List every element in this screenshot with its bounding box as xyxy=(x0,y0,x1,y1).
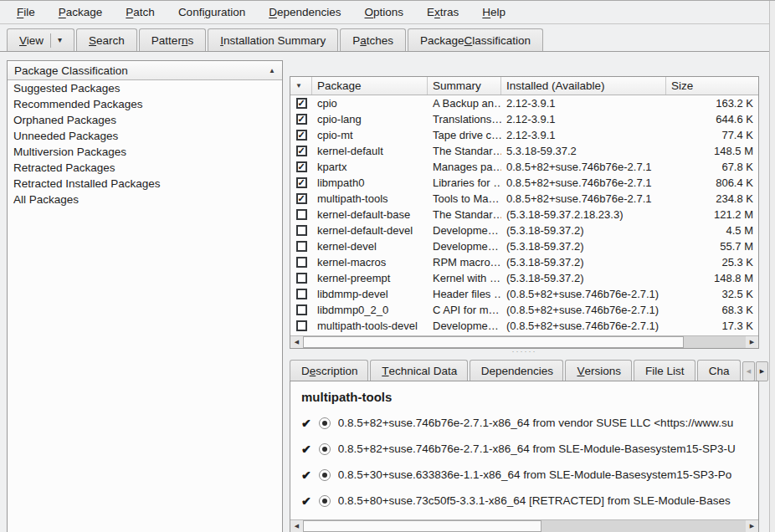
package-checkbox[interactable]: ✓ xyxy=(296,177,307,188)
menu-item[interactable]: Package xyxy=(47,3,115,22)
detail-tab[interactable]: File List xyxy=(634,360,695,381)
sort-ascending-icon: ▲ xyxy=(269,67,275,74)
menu-item[interactable]: Help xyxy=(470,3,517,22)
package-row[interactable]: ✓ kernel-preempt Kernel with … (5.3.18-5… xyxy=(290,270,758,286)
splitter-handle[interactable]: ······ xyxy=(290,347,759,356)
scroll-left-arrow-icon[interactable]: ◀ xyxy=(290,520,303,532)
summary-column-header[interactable]: Summary xyxy=(428,77,501,95)
package-name-cell: kernel-devel xyxy=(312,238,428,254)
classification-item[interactable]: Retracted Packages xyxy=(8,160,282,176)
package-checkbox[interactable]: ✓ xyxy=(296,114,307,125)
scrollbar-groove[interactable] xyxy=(303,336,746,348)
summary-cell: The Standar… xyxy=(428,143,501,159)
package-row[interactable]: ✓ multipath-tools-devel Developme… (0.8.… xyxy=(290,318,758,334)
package-checkbox[interactable]: ✓ xyxy=(296,257,307,268)
status-cell: ✓ xyxy=(290,95,312,111)
package-row[interactable]: ✓ libdmmp-devel Header files … (0.8.5+82… xyxy=(290,286,758,302)
menu-item[interactable]: Patch xyxy=(114,3,167,22)
classification-item[interactable]: Recommended Packages xyxy=(8,96,282,112)
package-row[interactable]: ✓ kernel-default-base The Standar… (5.3.… xyxy=(290,207,758,223)
scrollbar-thumb[interactable] xyxy=(303,520,541,532)
classification-list: Suggested PackagesRecommended PackagesOr… xyxy=(8,80,282,207)
tab-scroll-right-icon[interactable]: ▶ xyxy=(756,361,768,381)
package-row[interactable]: ✓ cpio A Backup an… 2.12-3.9.1 163.2 K xyxy=(290,95,758,111)
package-checkbox[interactable]: ✓ xyxy=(296,225,307,236)
classification-item[interactable]: Multiversion Packages xyxy=(8,144,282,160)
summary-cell: C API for m… xyxy=(428,302,501,318)
version-radio-icon[interactable] xyxy=(319,495,331,507)
scrollbar-thumb[interactable] xyxy=(303,336,684,348)
package-row[interactable]: ✓ cpio-mt Tape drive c… 2.12-3.9.1 77.4 … xyxy=(290,127,758,143)
tab-scroll-left-icon[interactable]: ◀ xyxy=(742,361,755,381)
package-row[interactable]: ✓ kernel-default-devel Developme… (5.3.1… xyxy=(290,223,758,238)
summary-cell: Manages pa… xyxy=(428,159,501,175)
label-pre: Confi xyxy=(178,6,205,18)
package-row[interactable]: ✓ kernel-macros RPM macro… (5.3.18-59.37… xyxy=(290,254,758,270)
check-mark-icon: ✓ xyxy=(297,115,305,124)
classification-item-label: Orphaned Packages xyxy=(13,114,116,126)
classification-item[interactable]: Unneeded Packages xyxy=(8,128,282,144)
package-table-hscrollbar[interactable]: ◀ ▶ xyxy=(290,335,758,348)
package-checkbox[interactable]: ✓ xyxy=(296,304,307,315)
package-row[interactable]: ✓ kpartx Manages pa… 0.8.5+82+suse.746b7… xyxy=(290,159,758,175)
main-tab[interactable]: Search xyxy=(76,28,137,51)
menu-item[interactable]: Options xyxy=(353,3,416,22)
version-radio-icon[interactable] xyxy=(319,443,331,455)
detail-tab[interactable]: Dependencies xyxy=(470,360,564,381)
scroll-right-arrow-icon[interactable]: ▶ xyxy=(746,336,758,348)
package-row[interactable]: ✓ kernel-default The Standar… 5.3.18-59.… xyxy=(290,143,758,159)
menu-item[interactable]: Extras xyxy=(415,3,470,22)
version-radio-icon[interactable] xyxy=(319,469,331,481)
package-checkbox[interactable]: ✓ xyxy=(296,209,307,220)
detail-tab[interactable]: Cha xyxy=(697,360,741,381)
package-column-header[interactable]: Package xyxy=(312,77,428,95)
version-radio-icon[interactable] xyxy=(319,417,331,429)
package-checkbox[interactable]: ✓ xyxy=(296,161,307,172)
main-tab[interactable]: Installation Summary xyxy=(208,28,338,51)
classification-item[interactable]: Retracted Installed Packages xyxy=(8,176,282,192)
classification-item[interactable]: All Packages xyxy=(8,192,282,207)
detail-tab[interactable]: Versions xyxy=(565,360,632,381)
scrollbar-groove[interactable] xyxy=(303,520,746,532)
main-tab[interactable]: Package Classification xyxy=(408,28,543,51)
package-row[interactable]: ✓ libmpath0 Libraries for … 0.8.5+82+sus… xyxy=(290,175,758,191)
main-tab[interactable]: Patterns xyxy=(139,28,206,51)
classification-item[interactable]: Orphaned Packages xyxy=(8,112,282,128)
size-column-header[interactable]: Size xyxy=(666,77,758,95)
detail-tab[interactable]: Technical Data xyxy=(370,360,467,381)
status-column-header[interactable]: ▼ xyxy=(290,77,312,95)
version-row[interactable]: ✔ 0.8.5+82+suse.746b76e-2.7.1-x86_64 fro… xyxy=(301,441,758,457)
classification-item[interactable]: Suggested Packages xyxy=(8,80,282,96)
package-checkbox[interactable]: ✓ xyxy=(296,320,307,331)
versions-hscrollbar[interactable]: ◀ ▶ xyxy=(290,519,758,532)
package-checkbox[interactable]: ✓ xyxy=(296,289,307,299)
package-checkbox[interactable]: ✓ xyxy=(296,130,307,141)
package-manager-window: FilePackagePatchConfigurationDependencie… xyxy=(0,0,775,532)
menu-item[interactable]: Dependencies xyxy=(257,3,352,22)
installed-cell: 0.8.5+82+suse.746b76e-2.7.1 xyxy=(501,159,666,175)
installed-column-header[interactable]: Installed (Available) xyxy=(501,77,666,95)
scroll-left-arrow-icon[interactable]: ◀ xyxy=(290,336,303,348)
scroll-right-arrow-icon[interactable]: ▶ xyxy=(746,520,758,532)
package-checkbox[interactable]: ✓ xyxy=(296,193,307,204)
version-row[interactable]: ✔ 0.8.5+80+suse.73c50f5-3.3.1-x86_64 [RE… xyxy=(301,493,758,509)
menu-item[interactable]: Configuration xyxy=(167,3,257,22)
package-checkbox[interactable]: ✓ xyxy=(296,146,307,156)
installed-check-icon: ✔ xyxy=(301,443,311,455)
package-row[interactable]: ✓ cpio-lang Translations… 2.12-3.9.1 644… xyxy=(290,111,758,127)
package-checkbox[interactable]: ✓ xyxy=(296,241,307,252)
package-row[interactable]: ✓ kernel-devel Developme… (5.3.18-59.37.… xyxy=(290,238,758,254)
classification-column-header[interactable]: Package Classification ▲ xyxy=(8,61,282,80)
package-checkbox[interactable]: ✓ xyxy=(296,273,307,284)
chevron-down-icon[interactable]: ▾ xyxy=(58,36,62,44)
detail-tab[interactable]: Description xyxy=(290,360,368,381)
version-row[interactable]: ✔ 0.8.5+82+suse.746b76e-2.7.1-x86_64 fro… xyxy=(301,415,758,431)
version-row[interactable]: ✔ 0.8.5+30+suse.633836e-1.1-x86_64 from … xyxy=(301,467,758,483)
package-row[interactable]: ✓ multipath-tools Tools to Ma… 0.8.5+82+… xyxy=(290,191,758,207)
main-tab[interactable]: Patches xyxy=(340,28,406,51)
package-row[interactable]: ✓ libdmmp0_2_0 C API for m… (0.8.5+82+su… xyxy=(290,302,758,318)
package-checkbox[interactable]: ✓ xyxy=(296,98,307,109)
menu-item[interactable]: File xyxy=(5,3,47,22)
tab-view[interactable]: View ▾ xyxy=(7,28,74,51)
status-cell: ✓ xyxy=(290,111,312,127)
